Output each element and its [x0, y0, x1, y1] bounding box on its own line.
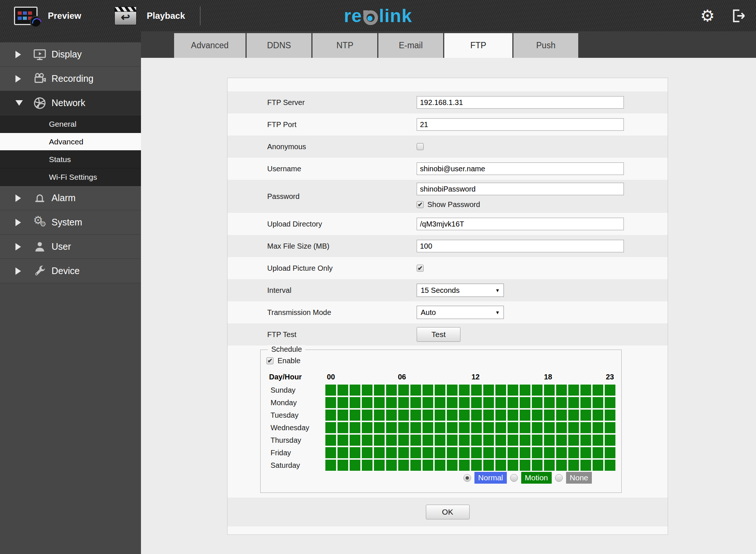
schedule-cell[interactable]	[374, 397, 385, 408]
sidebar-subitem-advanced[interactable]: Advanced	[0, 133, 141, 151]
upload-picture-only-checkbox[interactable]	[417, 265, 424, 272]
schedule-cell[interactable]	[374, 410, 385, 421]
schedule-cell[interactable]	[386, 435, 397, 446]
ftp-port-input[interactable]	[417, 118, 624, 131]
schedule-cell[interactable]	[338, 460, 348, 471]
schedule-cell[interactable]	[568, 435, 579, 446]
schedule-cell[interactable]	[447, 397, 458, 408]
schedule-cell[interactable]	[605, 385, 615, 396]
schedule-cell[interactable]	[556, 410, 567, 421]
schedule-cell[interactable]	[338, 435, 348, 446]
gear-icon[interactable]: ⚙	[700, 8, 715, 24]
schedule-cell[interactable]	[325, 410, 336, 421]
schedule-cell[interactable]	[520, 435, 530, 446]
tab-ftp[interactable]: FTP	[444, 33, 512, 58]
sidebar-item-system[interactable]: ⚙⚙ System	[0, 210, 141, 235]
schedule-cell[interactable]	[483, 435, 494, 446]
schedule-cell[interactable]	[435, 447, 445, 458]
schedule-cell[interactable]	[350, 447, 360, 458]
sidebar-item-network[interactable]: Network	[0, 91, 141, 115]
schedule-cell[interactable]	[495, 422, 506, 433]
schedule-cell[interactable]	[495, 385, 506, 396]
schedule-cell[interactable]	[410, 410, 421, 421]
schedule-cell[interactable]	[471, 447, 482, 458]
schedule-cell[interactable]	[495, 435, 506, 446]
schedule-cell[interactable]	[593, 385, 603, 396]
mode-chip-normal[interactable]: Normal	[474, 472, 507, 484]
schedule-cell[interactable]	[459, 460, 470, 471]
schedule-cell[interactable]	[325, 422, 336, 433]
schedule-cell[interactable]	[350, 435, 360, 446]
schedule-cell[interactable]	[508, 435, 518, 446]
schedule-cell[interactable]	[520, 422, 530, 433]
preview-nav[interactable]: Preview	[14, 7, 81, 25]
schedule-cell[interactable]	[459, 447, 470, 458]
schedule-cell[interactable]	[447, 435, 458, 446]
schedule-cell[interactable]	[398, 410, 409, 421]
schedule-cell[interactable]	[471, 422, 482, 433]
schedule-cell[interactable]	[508, 397, 518, 408]
schedule-cell[interactable]	[544, 447, 555, 458]
schedule-cell[interactable]	[495, 397, 506, 408]
schedule-cell[interactable]	[605, 410, 615, 421]
schedule-cell[interactable]	[459, 397, 470, 408]
schedule-cell[interactable]	[580, 410, 591, 421]
schedule-cell[interactable]	[568, 460, 579, 471]
schedule-cell[interactable]	[386, 422, 397, 433]
schedule-cell[interactable]	[580, 385, 591, 396]
schedule-cell[interactable]	[508, 447, 518, 458]
schedule-cell[interactable]	[544, 435, 555, 446]
schedule-cell[interactable]	[508, 422, 518, 433]
schedule-cell[interactable]	[593, 460, 603, 471]
schedule-cell[interactable]	[410, 385, 421, 396]
schedule-cell[interactable]	[362, 435, 372, 446]
schedule-cell[interactable]	[605, 397, 615, 408]
schedule-cell[interactable]	[447, 460, 458, 471]
mode-radio-normal[interactable]	[463, 474, 471, 482]
schedule-cell[interactable]	[423, 460, 433, 471]
schedule-cell[interactable]	[350, 385, 360, 396]
schedule-cell[interactable]	[410, 435, 421, 446]
tab-advanced[interactable]: Advanced	[174, 33, 245, 58]
schedule-cell[interactable]	[362, 410, 372, 421]
logout-icon[interactable]	[729, 7, 746, 24]
sidebar-item-display[interactable]: Display	[0, 42, 141, 67]
schedule-cell[interactable]	[495, 410, 506, 421]
schedule-cell[interactable]	[398, 460, 409, 471]
schedule-cell[interactable]	[520, 447, 530, 458]
schedule-cell[interactable]	[556, 397, 567, 408]
schedule-cell[interactable]	[520, 397, 530, 408]
schedule-cell[interactable]	[423, 422, 433, 433]
schedule-cell[interactable]	[459, 422, 470, 433]
schedule-cell[interactable]	[532, 460, 543, 471]
schedule-cell[interactable]	[374, 435, 385, 446]
schedule-cell[interactable]	[520, 460, 530, 471]
tab-ddns[interactable]: DDNS	[247, 33, 311, 58]
schedule-cell[interactable]	[471, 435, 482, 446]
username-input[interactable]	[417, 162, 624, 175]
schedule-cell[interactable]	[556, 422, 567, 433]
schedule-cell[interactable]	[435, 460, 445, 471]
schedule-cell[interactable]	[410, 460, 421, 471]
schedule-cell[interactable]	[362, 385, 372, 396]
upload-directory-input[interactable]	[417, 218, 624, 230]
schedule-cell[interactable]	[386, 460, 397, 471]
schedule-cell[interactable]	[350, 410, 360, 421]
schedule-cell[interactable]	[568, 422, 579, 433]
schedule-cell[interactable]	[325, 397, 336, 408]
schedule-cell[interactable]	[447, 385, 458, 396]
interval-select[interactable]: 15 Seconds ▼	[417, 284, 504, 297]
sidebar-subitem-status[interactable]: Status	[0, 151, 141, 168]
sidebar-subitem-general[interactable]: General	[0, 115, 141, 133]
schedule-cell[interactable]	[338, 410, 348, 421]
schedule-cell[interactable]	[325, 385, 336, 396]
schedule-cell[interactable]	[580, 397, 591, 408]
schedule-cell[interactable]	[580, 447, 591, 458]
schedule-cell[interactable]	[459, 385, 470, 396]
tab-email[interactable]: E-mail	[378, 33, 443, 58]
schedule-cell[interactable]	[580, 460, 591, 471]
schedule-cell[interactable]	[605, 422, 615, 433]
schedule-cell[interactable]	[593, 397, 603, 408]
schedule-cell[interactable]	[338, 422, 348, 433]
sidebar-item-alarm[interactable]: Alarm	[0, 186, 141, 210]
